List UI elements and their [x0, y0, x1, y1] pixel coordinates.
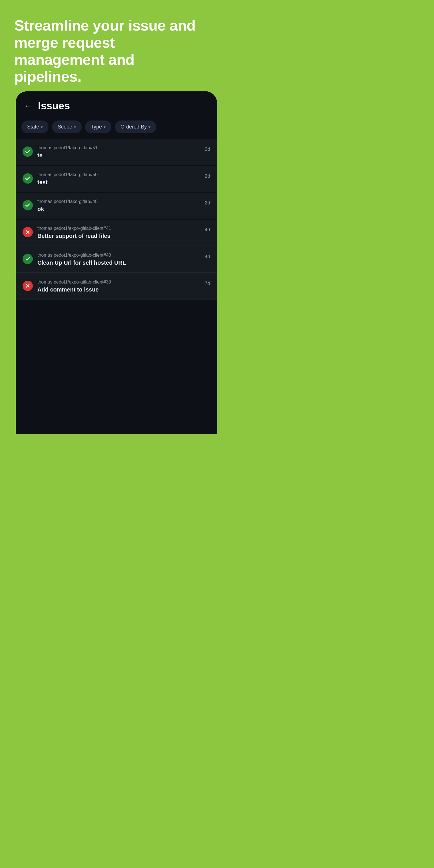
type-filter-button[interactable]: Type ▾: [85, 121, 111, 133]
issue-title: te: [37, 152, 200, 159]
closed-icon: [23, 173, 33, 184]
scope-chevron-icon: ▾: [74, 125, 76, 129]
state-chevron-icon: ▾: [41, 125, 43, 129]
scope-filter-button[interactable]: Scope ▾: [52, 121, 82, 133]
state-filter-button[interactable]: State ▾: [22, 121, 49, 133]
type-chevron-icon: ▾: [104, 125, 106, 129]
issue-time: 2d: [205, 145, 210, 152]
issue-time: 2d: [205, 172, 210, 179]
closed-icon: [23, 200, 33, 211]
ordered-by-filter-label: Ordered By: [121, 124, 147, 130]
issue-content: thomas.pedot1/fake-gitlab#51te: [37, 145, 200, 159]
back-button[interactable]: ←: [24, 101, 32, 111]
phone-inner: ← Issues State ▾ Scope ▾ Type ▾ Ordered …: [16, 91, 217, 434]
issue-content: thomas.pedot1/expo-gitlab-client#39Add c…: [37, 280, 200, 293]
issue-content: thomas.pedot1/fake-gitlab#50test: [37, 172, 200, 186]
phone-container: ← Issues State ▾ Scope ▾ Type ▾ Ordered …: [16, 91, 217, 434]
issue-time: 4d: [205, 253, 210, 259]
issue-time: 7d: [205, 280, 210, 286]
open-icon: [23, 227, 33, 237]
filter-row: State ▾ Scope ▾ Type ▾ Ordered By ▾: [16, 118, 217, 139]
type-filter-label: Type: [91, 124, 102, 130]
issue-repo: thomas.pedot1/expo-gitlab-client#41: [37, 226, 200, 231]
closed-icon: [23, 147, 33, 157]
issue-title: test: [37, 179, 200, 186]
scope-filter-label: Scope: [58, 124, 72, 130]
issue-item[interactable]: thomas.pedot1/expo-gitlab-client#40Clean…: [16, 246, 217, 273]
issue-item[interactable]: thomas.pedot1/fake-gitlab#48ok2d: [16, 193, 217, 219]
issue-content: thomas.pedot1/expo-gitlab-client#41Bette…: [37, 226, 200, 239]
issue-content: thomas.pedot1/expo-gitlab-client#40Clean…: [37, 253, 200, 266]
ordered-by-filter-button[interactable]: Ordered By ▾: [115, 121, 156, 133]
issue-item[interactable]: thomas.pedot1/expo-gitlab-client#41Bette…: [16, 220, 217, 246]
issue-time: 2d: [205, 199, 210, 206]
issue-repo: thomas.pedot1/fake-gitlab#48: [37, 199, 200, 204]
open-icon: [23, 281, 33, 291]
issue-title: Better support of read files: [37, 233, 200, 239]
issue-repo: thomas.pedot1/expo-gitlab-client#39: [37, 280, 200, 285]
issue-item[interactable]: thomas.pedot1/fake-gitlab#51te2d: [16, 139, 217, 165]
nav-bar: ← Issues: [16, 91, 217, 118]
state-filter-label: State: [27, 124, 39, 130]
issue-time: 4d: [205, 226, 210, 233]
ordered-by-chevron-icon: ▾: [149, 125, 151, 129]
issue-title: Add comment to issue: [37, 286, 200, 293]
page-title: Issues: [38, 100, 70, 112]
closed-icon: [23, 254, 33, 264]
issue-item[interactable]: thomas.pedot1/fake-gitlab#50test2d: [16, 166, 217, 192]
hero-title: Streamline your issue and merge request …: [14, 17, 203, 85]
hero-section: Streamline your issue and merge request …: [0, 0, 217, 97]
issue-item[interactable]: thomas.pedot1/expo-gitlab-client#39Add c…: [16, 273, 217, 300]
issue-title: ok: [37, 206, 200, 212]
issue-content: thomas.pedot1/fake-gitlab#48ok: [37, 199, 200, 212]
issue-repo: thomas.pedot1/fake-gitlab#50: [37, 172, 200, 177]
issue-title: Clean Up Url for self hosted URL: [37, 259, 200, 266]
issue-repo: thomas.pedot1/expo-gitlab-client#40: [37, 253, 200, 258]
issue-repo: thomas.pedot1/fake-gitlab#51: [37, 145, 200, 151]
issues-list: thomas.pedot1/fake-gitlab#51te2dthomas.p…: [16, 139, 217, 305]
